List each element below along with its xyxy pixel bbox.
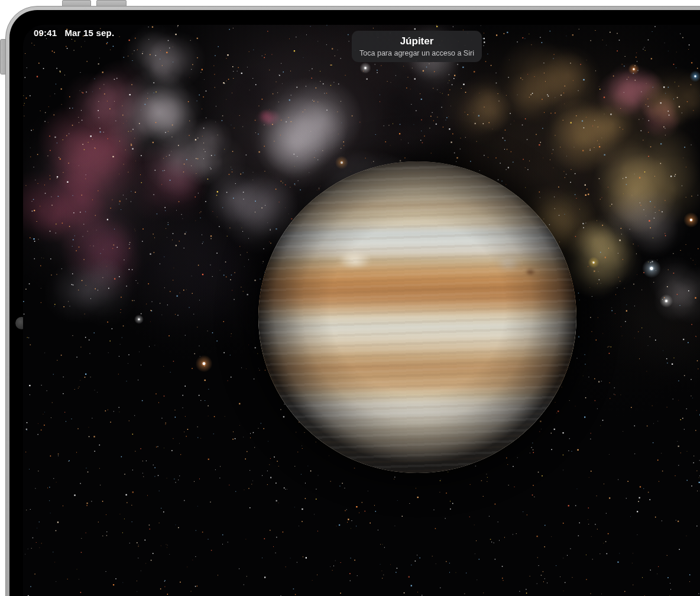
white-oval-storm xyxy=(338,251,372,269)
dark-spot-storm xyxy=(525,268,536,276)
page-background: { "status_bar": { "time": "09:41", "date… xyxy=(0,0,700,596)
pale-oval-storm xyxy=(495,255,521,271)
white-oval-storm xyxy=(488,407,511,420)
status-time: 09:41 xyxy=(34,28,57,38)
siri-suggestion-banner[interactable]: Júpiter Toca para agregar un acceso a Si… xyxy=(352,31,482,62)
screen: 09:41Mar 15 sep. Júpiter Toca para agreg… xyxy=(23,25,700,596)
status-date: Mar 15 sep. xyxy=(64,28,114,38)
banner-subtitle: Toca para agregar un acceso a Siri xyxy=(352,49,482,57)
status-bar: 09:41Mar 15 sep. xyxy=(34,28,114,38)
planet-jupiter[interactable] xyxy=(258,161,576,473)
white-oval-storm xyxy=(344,402,362,412)
banner-title: Júpiter xyxy=(352,35,482,47)
planet-shading xyxy=(258,161,576,473)
